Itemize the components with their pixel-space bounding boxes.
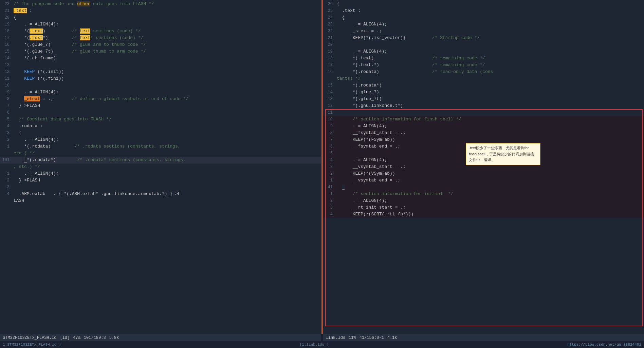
table-row: , etc.) */ (0, 163, 321, 170)
table-row: 13 (0, 62, 321, 69)
table-row: 16 *(.glue_7) /* glue arm to thumb code … (0, 41, 321, 48)
left-size: 5.8k (109, 335, 119, 340)
table-row: 20 { (0, 14, 321, 21)
table-row: 6 __fsymtab_end = .; .text段少了一些东西，尤其是看到f… (323, 143, 644, 150)
table-row: 2 KEEP(*(VSymTab)) (323, 170, 644, 177)
table-row: 18 *(.text) /* remaining code */ (323, 55, 644, 62)
tooltip-text: .text段少了一些东西，尤其是看到for finsh shell，于是将缺少的… (469, 146, 534, 162)
table-row: 12 KEEP (*(.init)) (0, 69, 321, 75)
table-row: 4 .rodata : (0, 123, 321, 130)
status-bars: STM32F103ZETx_FLASH.ld [ld] 47% 101/189:… (0, 334, 644, 341)
table-row: 17 *(.text*) /* text* sections (code) */ (0, 35, 321, 41)
table-row: 9 . = ALIGN(4); (323, 123, 644, 130)
table-row: 24 { (323, 14, 644, 21)
right-editor-pane: 26 { 25 .text : 24 { 23 . = ALIGN(4); 22 (323, 0, 644, 334)
bottom-bar: 1:STM32F103ZETx_FLASH.ld ] [1:link.lds ]… (0, 341, 644, 348)
table-row: etc.) */ (0, 150, 321, 157)
table-row: 22 _stext = .; (323, 28, 644, 35)
table-row: 14 *(.eh_frame) (0, 55, 321, 62)
left-editor-pane: 23 /* The program code and other data go… (0, 0, 321, 334)
table-row: 19 . = ALIGN(4); (0, 21, 321, 28)
url-label: https://blog.csdn.net/qq_38824401 (567, 343, 641, 347)
table-row: 12 *(.gnu.linkonce.t*) (323, 102, 644, 109)
table-row: 23 . = ALIGN(4); (323, 21, 644, 28)
left-filename: STM32F103ZETx_FLASH.ld (3, 335, 56, 340)
table-row: 4 KEEP(*(SORT(.rti_fn*))) (323, 211, 644, 218)
table-row: 17 *(.text.*) /* remaining code */ (323, 62, 644, 69)
left-percent: 47% (73, 335, 80, 340)
table-row: 4 .ARM.extab : { *(.ARM.extab* .gnu.link… (0, 191, 321, 197)
table-row: 5 /* Constant data goes into FLASH */ (0, 116, 321, 123)
table-row: 13 *(.glue_7t) (323, 96, 644, 102)
table-row: 14 *(.glue_7) (323, 89, 644, 96)
table-row: 6 (0, 109, 321, 116)
table-row: 10 (0, 82, 321, 89)
table-row: 10 /* section information for finsh shel… (323, 116, 644, 123)
table-row: 20 (323, 41, 644, 48)
table-row: 8 __fsymtab_start = .; (323, 130, 644, 136)
left-position: 101/189:3 (84, 335, 106, 340)
table-row: LASH (0, 197, 321, 204)
table-row: 2 . = ALIGN(4); (323, 197, 644, 204)
left-code-area[interactable]: 23 /* The program code and other data go… (0, 0, 321, 334)
table-row: 3 __rt_init_start = .; (323, 204, 644, 211)
table-row: 101 █*(.rodata*) /* .rodata* sections (c… (0, 157, 321, 163)
table-row: 3 (0, 184, 321, 191)
table-row: 8 _etext = .; /* define a global symbols… (0, 96, 321, 102)
table-row: 21 KEEP(*(.isr_vector)) /* Startup code … (323, 35, 644, 41)
table-row: 1 __vsymtab_end = .; (323, 177, 644, 184)
right-size: 4.1k (387, 335, 397, 340)
left-path-label: 1:STM32F103ZETx_FLASH.ld ] (3, 343, 61, 347)
table-row: 15 *(.rodata*) (323, 82, 644, 89)
table-row: 7 KEEP(*(FSymTab)) (323, 136, 644, 143)
left-status-bar: STM32F103ZETx_FLASH.ld [ld] 47% 101/189:… (0, 334, 321, 341)
table-row: 23 /* The program code and other data go… (0, 1, 321, 7)
table-row: 1 /* section information for initial. */ (323, 191, 644, 197)
table-row: 2 } >FLASH (0, 177, 321, 184)
right-position: 41/156:0-1 (360, 335, 384, 340)
table-row: 26 { (323, 1, 644, 7)
right-status-bar: link.lds 11% 41/156:0-1 4.1k (323, 334, 644, 341)
table-row: 21 .text : (0, 7, 321, 14)
table-row: 3 { (0, 130, 321, 136)
table-row: 11 (323, 109, 644, 116)
table-row: 18 *(.text) /* text sections (code) */ (0, 28, 321, 35)
table-row: 7 } >FLASH (0, 102, 321, 109)
right-path-label: [1:link.lds ] (299, 343, 329, 347)
annotation-tooltip: .text段少了一些东西，尤其是看到for finsh shell，于是将缺少的… (466, 143, 540, 165)
table-row: 1 . = ALIGN(4); (0, 170, 321, 177)
table-row: tants) */ (323, 75, 644, 82)
table-row: 16 *(.rodata) /* read-only data (cons (323, 69, 644, 75)
table-row: 9 . = ALIGN(4); (0, 89, 321, 96)
right-percent: 11% (349, 335, 356, 340)
right-code-area[interactable]: 26 { 25 .text : 24 { 23 . = ALIGN(4); 22 (323, 0, 644, 334)
left-filetype: [ld] (60, 335, 70, 340)
table-row: 41 █ (323, 184, 644, 191)
table-row: 1 *(.rodata) /* .rodata sections (consta… (0, 143, 321, 150)
table-row: 19 . = ALIGN(4); (323, 48, 644, 55)
table-row: 11 KEEP (*(.fini)) (0, 75, 321, 82)
right-filename: link.lds (326, 335, 346, 340)
table-row: 15 *(.glue_7t) /* glue thumb to arm code… (0, 48, 321, 55)
table-row: 25 .text : (323, 7, 644, 14)
table-row: 2 . = ALIGN(4); (0, 136, 321, 143)
